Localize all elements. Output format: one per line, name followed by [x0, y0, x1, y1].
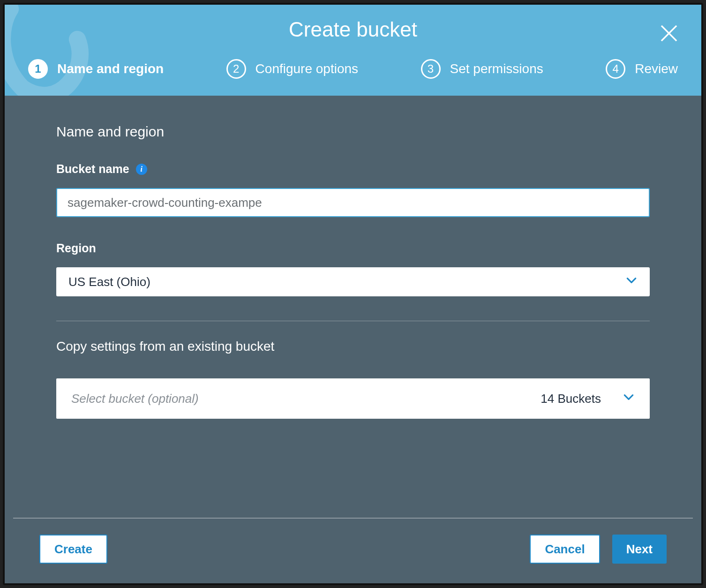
step-label: Review [635, 61, 678, 76]
chevron-down-icon [623, 391, 635, 407]
step-review[interactable]: 4 Review [606, 59, 678, 79]
modal-header: Create bucket 1 Name and region 2 Config… [5, 5, 701, 96]
cancel-button[interactable]: Cancel [530, 535, 600, 564]
close-button[interactable] [658, 23, 680, 44]
step-name-and-region[interactable]: 1 Name and region [28, 59, 164, 79]
bucket-name-field: Bucket name i [56, 162, 650, 217]
close-icon [658, 23, 680, 44]
step-number: 1 [28, 59, 48, 79]
region-value: US East (Ohio) [68, 275, 150, 289]
step-label: Configure options [255, 61, 358, 76]
section-heading: Name and region [56, 124, 650, 140]
step-configure-options[interactable]: 2 Configure options [226, 59, 358, 79]
step-label: Set permissions [450, 61, 543, 76]
chevron-down-icon [625, 274, 638, 290]
copy-bucket-placeholder: Select bucket (optional) [71, 392, 199, 406]
step-number: 2 [226, 59, 246, 79]
modal-body: Name and region Bucket name i Region US … [5, 96, 701, 518]
wizard-stepper: 1 Name and region 2 Configure options 3 … [5, 51, 701, 96]
bucket-name-label-text: Bucket name [56, 162, 129, 176]
copy-settings-heading: Copy settings from an existing bucket [56, 339, 650, 354]
copy-bucket-select[interactable]: Select bucket (optional) 14 Buckets [56, 378, 650, 419]
info-icon[interactable]: i [136, 164, 147, 175]
region-field: Region US East (Ohio) [56, 241, 650, 296]
region-label: Region [56, 241, 650, 255]
footer-right-group: Cancel Next [530, 535, 667, 564]
region-label-text: Region [56, 241, 96, 255]
bucket-name-input[interactable] [56, 188, 650, 217]
bucket-count: 14 Buckets [541, 392, 601, 406]
create-bucket-modal: Create bucket 1 Name and region 2 Config… [3, 3, 703, 585]
next-button[interactable]: Next [612, 535, 667, 564]
copy-bucket-right: 14 Buckets [541, 391, 635, 407]
step-number: 3 [421, 59, 441, 79]
region-select[interactable]: US East (Ohio) [56, 267, 650, 296]
modal-title: Create bucket [5, 5, 701, 51]
bucket-name-label: Bucket name i [56, 162, 650, 176]
create-button[interactable]: Create [39, 535, 107, 564]
divider [56, 321, 650, 321]
step-label: Name and region [57, 61, 164, 76]
step-set-permissions[interactable]: 3 Set permissions [421, 59, 543, 79]
modal-footer: Create Cancel Next [13, 518, 693, 583]
step-number: 4 [606, 59, 625, 79]
